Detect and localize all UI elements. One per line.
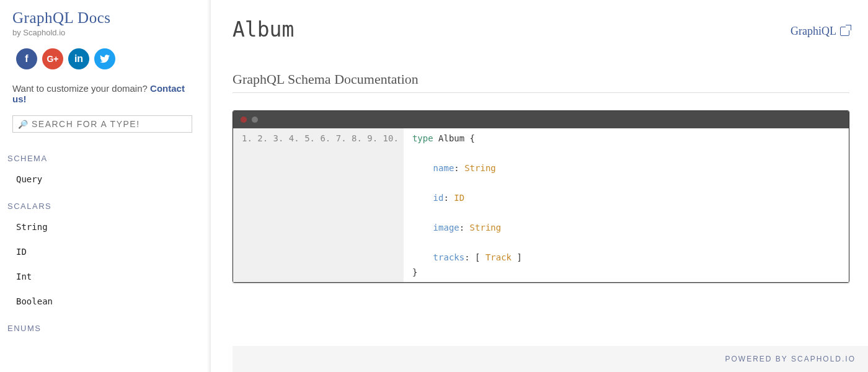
window-dot-icon [241, 117, 247, 123]
search-field[interactable] [32, 119, 187, 129]
footer-text: POWERED BY SCAPHOLD.IO [725, 355, 856, 363]
nav-item[interactable]: Boolean [12, 289, 198, 314]
code-lines: type Album { name: String id: ID image: … [404, 128, 531, 282]
nav-item[interactable]: Int [12, 264, 198, 289]
docs-title: GraphQL Docs [12, 9, 198, 27]
docs-subtitle: by Scaphold.io [12, 28, 198, 37]
page-title: Album [232, 17, 849, 42]
nav-item[interactable]: String [12, 215, 198, 239]
search-icon: 🔎 [18, 120, 28, 129]
code-window-titlebar [233, 111, 849, 128]
twitter-icon[interactable] [94, 48, 115, 69]
nav-section-title: SCALARS [7, 202, 198, 211]
linkedin-icon[interactable]: in [68, 48, 89, 69]
search-input[interactable]: 🔎 [12, 115, 192, 133]
nav-item[interactable]: Query [12, 167, 198, 192]
cta-text: Want to customize your domain? [12, 83, 150, 94]
google-plus-icon[interactable]: G+ [42, 48, 63, 69]
main: Album GraphiQL GraphQL Schema Documentat… [211, 0, 868, 372]
nav-section-title: SCHEMA [7, 154, 198, 163]
line-numbers: 1. 2. 3. 4. 5. 6. 7. 8. 9. 10. [233, 128, 404, 282]
facebook-icon[interactable]: f [16, 48, 37, 69]
footer: POWERED BY SCAPHOLD.IO [232, 346, 868, 372]
code-window: 1. 2. 3. 4. 5. 6. 7. 8. 9. 10. type Albu… [232, 110, 849, 283]
nav: SCHEMAQuerySCALARSStringIDIntBooleanENUM… [12, 154, 198, 333]
code-block: 1. 2. 3. 4. 5. 6. 7. 8. 9. 10. type Albu… [233, 128, 849, 282]
nav-item[interactable]: ID [12, 239, 198, 264]
sidebar: GraphQL Docs by Scaphold.io f G+ in Want… [0, 0, 211, 372]
schema-subtitle: GraphQL Schema Documentation [232, 71, 849, 93]
nav-section-title: ENUMS [7, 324, 198, 333]
external-link-icon [840, 27, 849, 36]
social-buttons: f G+ in [16, 48, 198, 69]
window-dot-icon [252, 117, 258, 123]
graphiql-link[interactable]: GraphiQL [790, 25, 849, 38]
cta: Want to customize your domain? Contact u… [12, 83, 198, 104]
graphiql-label: GraphiQL [790, 25, 836, 38]
